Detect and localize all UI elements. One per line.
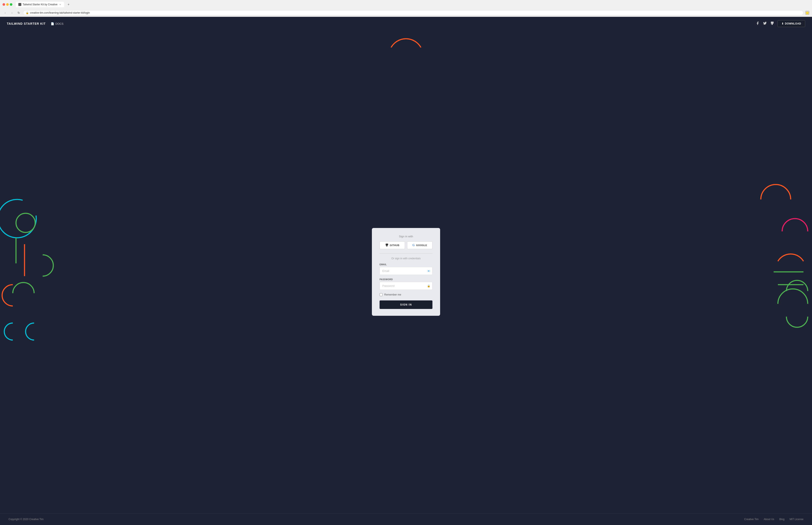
footer-link-about-us[interactable]: About Us (764, 518, 774, 521)
email-icon: 📧 (427, 270, 430, 272)
remember-checkbox[interactable] (379, 293, 382, 296)
browser-dots (3, 3, 12, 6)
password-icon: 🔒 (427, 284, 430, 287)
remember-me-row: Remember me (379, 293, 433, 296)
or-credentials-text: Or sign in with credentials (379, 257, 433, 260)
github-signin-icon (385, 243, 389, 247)
browser-addressbar: ‹ › ↻ 🔒 creative-tim.com/learning-lab/ta… (0, 9, 812, 17)
tab-close-button[interactable]: ✕ (59, 3, 62, 6)
browser-chrome: Tailwind Starter Kit by Creative ✕ + ‹ ›… (0, 0, 812, 17)
email-group: EMAIL 📧 (379, 263, 433, 275)
dot-red[interactable] (3, 3, 5, 6)
password-label: PASSWORD (379, 278, 433, 281)
navbar-brand: TAILWIND STARTER KIT (7, 22, 46, 25)
email-input-wrapper: 📧 (379, 267, 433, 275)
navbar: TAILWIND STARTER KIT 📄 DOCS ⬇ DOWNLOAD (0, 17, 812, 30)
twitter-icon[interactable] (763, 21, 767, 26)
footer-links: Creative Tim About Us Blog MIT License (744, 518, 803, 521)
docs-label: DOCS (55, 22, 63, 25)
facebook-icon[interactable] (756, 21, 759, 26)
download-button[interactable]: ⬇ DOWNLOAD (778, 20, 806, 27)
divider (379, 253, 433, 254)
tab-favicon (18, 3, 21, 6)
main-content: Sign in with GITHUB G GOOGLE Or sign in … (0, 30, 812, 513)
sign-in-button[interactable]: SIGN IN (379, 300, 433, 309)
footer-link-creative-tim[interactable]: Creative Tim (744, 518, 758, 521)
shapes-left (0, 30, 68, 513)
address-text: creative-tim.com/learning-lab/tailwind-s… (30, 11, 90, 14)
navbar-left: TAILWIND STARTER KIT 📄 DOCS (7, 22, 63, 25)
github-signin-label: GITHUB (390, 244, 400, 246)
footer-copyright: Copyright © 2020 Creative Tim (9, 518, 44, 521)
browser-tab[interactable]: Tailwind Starter Kit by Creative ✕ (16, 2, 64, 7)
browser-actions: ⭐ (805, 11, 809, 15)
google-signin-label: GOOGLE (416, 244, 427, 246)
reload-button[interactable]: ↻ (16, 10, 21, 15)
svg-point-1 (16, 213, 35, 232)
social-buttons: GITHUB G GOOGLE (379, 241, 433, 249)
shapes-right (744, 30, 812, 513)
footer: Copyright © 2020 Creative Tim Creative T… (0, 513, 812, 525)
browser-titlebar: Tailwind Starter Kit by Creative ✕ + (0, 0, 812, 9)
top-decoration (385, 30, 427, 48)
email-input[interactable] (379, 267, 433, 275)
address-bar[interactable]: 🔒 creative-tim.com/learning-lab/tailwind… (23, 10, 803, 15)
docs-file-icon: 📄 (51, 22, 54, 25)
download-label: DOWNLOAD (785, 22, 801, 25)
download-icon: ⬇ (782, 22, 784, 25)
email-label: EMAIL (379, 263, 433, 266)
dot-green[interactable] (10, 3, 12, 6)
google-signin-icon: G (412, 243, 415, 247)
github-signin-button[interactable]: GITHUB (379, 241, 405, 249)
footer-link-blog[interactable]: Blog (779, 518, 784, 521)
app-wrapper: TAILWIND STARTER KIT 📄 DOCS ⬇ DOWNLOAD (0, 17, 812, 525)
tab-title: Tailwind Starter Kit by Creative (23, 3, 57, 6)
footer-link-mit-license[interactable]: MIT License (789, 518, 803, 521)
password-input-wrapper: 🔒 (379, 282, 433, 290)
ssl-lock-icon: 🔒 (26, 12, 29, 14)
svg-point-0 (0, 199, 36, 238)
login-card: Sign in with GITHUB G GOOGLE Or sign in … (372, 228, 440, 316)
github-icon[interactable] (770, 21, 774, 26)
bookmark-icon[interactable]: ⭐ (805, 11, 809, 15)
back-button[interactable]: ‹ (3, 10, 8, 15)
google-signin-button[interactable]: G GOOGLE (407, 241, 433, 249)
forward-button[interactable]: › (10, 10, 14, 15)
remember-label: Remember me (384, 293, 401, 296)
sign-in-with-label: Sign in with (379, 235, 433, 238)
docs-link[interactable]: 📄 DOCS (51, 22, 63, 25)
password-group: PASSWORD 🔒 (379, 278, 433, 290)
password-input[interactable] (379, 282, 433, 290)
navbar-right: ⬇ DOWNLOAD (756, 20, 806, 27)
dot-yellow[interactable] (6, 3, 9, 6)
new-tab-button[interactable]: + (66, 2, 71, 7)
